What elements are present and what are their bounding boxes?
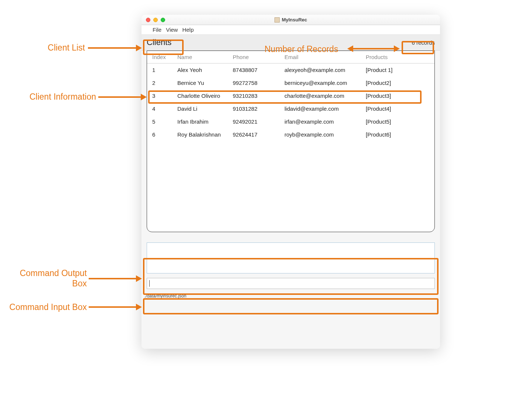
callout-number-of-records: Number of Records [265, 44, 351, 54]
status-path: ./data/myinsurec.json [144, 293, 186, 299]
menubar: File View Help [141, 25, 440, 35]
cell-phone: 87438807 [233, 67, 284, 73]
cell-email: irfan@example.com [284, 118, 366, 125]
cell-name: Irfan Ibrahim [177, 118, 233, 125]
cell-name: Roy Balakrishnan [177, 131, 233, 138]
cell-products: [Product6] [366, 131, 425, 138]
callout-client-information: Client Information [11, 92, 96, 102]
table-row[interactable]: 2Bernice Yu99272758berniceyu@example.com… [147, 76, 434, 89]
col-products: Products [366, 54, 425, 60]
command-output-box [147, 242, 435, 273]
table-row[interactable]: 1Alex Yeoh87438807alexyeoh@example.com[P… [147, 63, 434, 76]
content-area: Clients 6 records Index Name Phone Email… [141, 35, 440, 349]
cell-name: Charlotte Oliveiro [177, 93, 233, 99]
cell-products: [Product 1] [366, 67, 425, 73]
col-index: Index [152, 54, 177, 60]
menu-file[interactable]: File [153, 27, 161, 33]
titlebar: MyInsuRec [141, 15, 440, 25]
app-window: MyInsuRec File View Help Clients 6 recor… [141, 15, 440, 349]
cell-email: alexyeoh@example.com [284, 67, 366, 73]
cell-index: 3 [152, 93, 177, 99]
cell-email: charlotte@example.com [284, 93, 366, 99]
cell-email: berniceyu@example.com [284, 80, 366, 86]
window-title-container: MyInsuRec [141, 17, 440, 23]
cell-name: David Li [177, 106, 233, 112]
cell-email: royb@example.com [284, 131, 366, 138]
records-count: 6 records [412, 39, 435, 46]
cell-phone: 99272758 [233, 80, 284, 86]
panel-title: Clients [147, 38, 171, 47]
table-row[interactable]: 3Charlotte Oliveiro93210283charlotte@exa… [147, 89, 434, 102]
cell-index: 4 [152, 106, 177, 112]
cell-index: 6 [152, 131, 177, 138]
cell-phone: 93210283 [233, 93, 284, 99]
app-icon [274, 17, 280, 23]
cell-phone: 92624417 [233, 131, 284, 138]
menu-help[interactable]: Help [182, 27, 194, 33]
cell-products: [Product5] [366, 118, 425, 125]
col-name: Name [177, 54, 233, 60]
callout-client-list: Client List [37, 43, 85, 53]
status-bar: ./data/myinsurec.json [141, 293, 440, 301]
cell-phone: 92492021 [233, 118, 284, 125]
cell-name: Bernice Yu [177, 80, 233, 86]
command-input-box[interactable] [147, 278, 435, 289]
window-title: MyInsuRec [282, 17, 307, 23]
col-phone: Phone [233, 54, 284, 60]
col-email: Email [284, 54, 366, 60]
table-row[interactable]: 4David Li91031282lidavid@example.com[Pro… [147, 102, 434, 115]
caret-icon [149, 280, 150, 287]
cell-index: 2 [152, 80, 177, 86]
cell-products: [Product3] [366, 93, 425, 99]
cell-email: lidavid@example.com [284, 106, 366, 112]
table-row[interactable]: 6Roy Balakrishnan92624417royb@example.co… [147, 128, 434, 141]
client-list-panel: Index Name Phone Email Products 1Alex Ye… [147, 51, 435, 232]
callout-command-output-box: Command Output Box [0, 268, 87, 289]
cell-products: [Product2] [366, 80, 425, 86]
callout-command-input-box: Command Input Box [0, 302, 87, 312]
table-row[interactable]: 5Irfan Ibrahim92492021irfan@example.com[… [147, 115, 434, 128]
menu-view[interactable]: View [166, 27, 178, 33]
cell-name: Alex Yeoh [177, 67, 233, 73]
cell-phone: 91031282 [233, 106, 284, 112]
cell-index: 5 [152, 118, 177, 125]
cell-products: [Product4] [366, 106, 425, 112]
table-body: 1Alex Yeoh87438807alexyeoh@example.com[P… [147, 63, 434, 141]
cell-index: 1 [152, 67, 177, 73]
